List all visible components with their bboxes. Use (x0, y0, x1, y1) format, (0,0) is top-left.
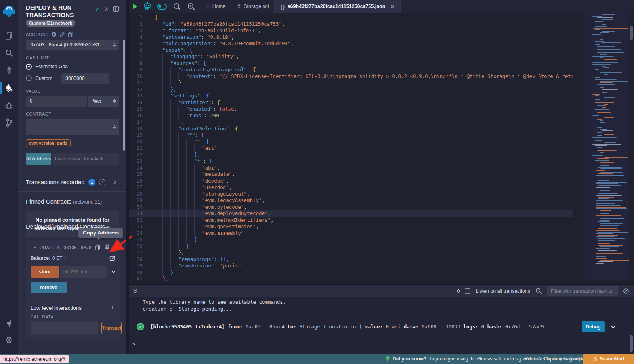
value-unit-select[interactable]: Wei (88, 96, 119, 107)
code-line-16[interactable]: 16"runs": 200 (129, 112, 573, 119)
transaction-log-row[interactable]: ✓ [block:5583405 txIndex:4] from: 0xa03.… (129, 319, 634, 334)
code-line-24[interactable]: 24"abi", (129, 165, 573, 172)
value-input[interactable] (26, 96, 87, 107)
code-line-22[interactable]: 22], (129, 152, 573, 158)
listen-checkbox[interactable] (465, 288, 470, 294)
code-line-27[interactable]: 27"userdoc", (129, 184, 573, 191)
code-line-23[interactable]: 23"*": [ (129, 158, 573, 165)
copy-account-icon[interactable] (68, 32, 73, 37)
code-line-3[interactable]: 3"_format": "hh-sol-build-info-1", (129, 27, 573, 34)
code-line-31[interactable]: 31"evm.deployedBytecode", (129, 210, 573, 217)
code-line-7[interactable]: 7"language": "Solidity", (129, 53, 573, 60)
expand-tx-icon[interactable] (610, 325, 616, 329)
edit-balance-icon[interactable] (109, 255, 115, 261)
contract-select[interactable] (26, 119, 119, 135)
terminal-prompt[interactable]: > (132, 341, 136, 347)
tab-home[interactable]: ⌂ Home (201, 0, 231, 13)
code-line-8[interactable]: 8"sources": { (129, 60, 573, 67)
zoom-in-icon[interactable] (187, 2, 195, 11)
panel-scrollbar[interactable] (123, 40, 125, 151)
at-address-button[interactable]: At Address (26, 153, 51, 165)
info-icon[interactable]: i (99, 179, 105, 185)
estimated-gas-option[interactable]: Estimated Gas (26, 64, 119, 70)
terminal-collapse-icon[interactable] (133, 288, 138, 294)
copy-address-icon[interactable] (95, 244, 101, 250)
scam-alert-button[interactable]: ⚠ Scam Alert (583, 354, 634, 364)
low-level-info-icon[interactable]: i (109, 305, 115, 311)
code-line-20[interactable]: 20"": [ (129, 139, 573, 145)
code-line-41[interactable]: 41}, (129, 276, 573, 282)
minimap[interactable] (585, 13, 629, 280)
code-line-12[interactable]: 12}, (129, 86, 573, 93)
copilot-toggle-icon[interactable] (157, 4, 167, 10)
debug-button[interactable]: Debug (582, 321, 605, 332)
add-account-icon[interactable] (51, 32, 57, 37)
sidebar-item-file-explorer[interactable] (0, 28, 18, 44)
radio-unselected-icon[interactable] (26, 75, 32, 81)
code-line-29[interactable]: 29"evm.legacyAssembly", (129, 197, 573, 204)
sidebar-item-solidity-compiler[interactable] (0, 63, 18, 78)
code-line-19[interactable]: 19"*": { (129, 132, 573, 139)
panel-pin-icon[interactable] (113, 6, 119, 12)
remix-logo-icon[interactable] (0, 2, 18, 22)
code-line-17[interactable]: 17}, (129, 119, 573, 126)
store-button[interactable]: store (31, 266, 59, 278)
code-line-9[interactable]: 9"contracts/Storage.sol": { (129, 67, 573, 73)
code-line-25[interactable]: 25"metadata", (129, 171, 573, 178)
settings-gear-icon[interactable]: ⚙ (0, 332, 18, 348)
plugin-manager-icon[interactable] (0, 315, 18, 331)
sidebar-item-debugger[interactable] (0, 97, 18, 113)
terminal-filter-input[interactable] (547, 286, 618, 296)
code-line-26[interactable]: 26"devdoc", (129, 178, 573, 185)
code-line-35[interactable]: 35] (129, 236, 573, 243)
code-line-6[interactable]: 6"input": { (129, 47, 573, 54)
code-content[interactable]: 1{2"id": "a69b43f277ba20fcac141151250ca7… (129, 14, 573, 282)
sidebar-item-search[interactable] (0, 45, 18, 61)
radio-selected-icon[interactable] (26, 64, 32, 70)
code-line-21[interactable]: 21"ast" (129, 145, 573, 152)
code-line-14[interactable]: 14"optimizer": { (129, 99, 573, 106)
tab-storage-sol[interactable]: Storage.sol (231, 0, 275, 13)
code-line-39[interactable]: 39"evmVersion": "paris" (129, 263, 573, 269)
code-line-13[interactable]: 13"settings": { (129, 93, 573, 99)
close-tab-icon[interactable]: ✕ (390, 4, 395, 10)
code-line-1[interactable]: 1{ (129, 14, 573, 21)
ai-robot-icon[interactable] (143, 2, 151, 11)
custom-gas-input[interactable] (61, 73, 109, 84)
code-editor[interactable]: 1{2"id": "a69b43f277ba20fcac141151250ca7… (129, 13, 634, 284)
code-line-11[interactable]: 11} (129, 80, 573, 86)
transact-button[interactable]: Transact (101, 322, 122, 334)
zoom-out-icon[interactable] (173, 2, 181, 11)
code-line-18[interactable]: 18"outputSelection": { (129, 126, 573, 132)
code-line-10[interactable]: 10"content": "// SPDX-License-Identifier… (129, 73, 573, 80)
code-line-32[interactable]: 32"evm.methodIdentifiers", (129, 217, 573, 224)
editor-scrollbar[interactable] (629, 13, 634, 284)
store-arg-input[interactable] (60, 266, 107, 278)
code-line-30[interactable]: 30"evm.bytecode", (129, 204, 573, 211)
code-line-4[interactable]: 4"solcVersion": "0.8.19", (129, 34, 573, 41)
edit-account-icon[interactable] (59, 32, 65, 37)
retrieve-button[interactable]: retrieve (31, 282, 67, 293)
code-line-33[interactable]: 33"evm.gasEstimates", (129, 223, 573, 230)
code-line-34[interactable]: 34"evm.assembly" (129, 230, 573, 237)
expand-store-icon[interactable] (111, 270, 115, 274)
terminal-body[interactable]: Type the library name to see available c… (129, 297, 634, 354)
panel-resize-handle[interactable] (126, 0, 129, 354)
terminal-search-icon[interactable] (535, 288, 542, 294)
account-select[interactable]: 0xA03...85ac4 (0.39866531531 (26, 40, 119, 50)
code-line-28[interactable]: 28"storageLayout", (129, 191, 573, 198)
copilot-status[interactable]: RemixAI Copilot (enabled) (525, 354, 580, 364)
code-line-2[interactable]: 2"id": "a69b43f277ba20fcac141151250ca755… (129, 21, 573, 28)
clear-terminal-icon[interactable] (623, 288, 629, 294)
terminal-scrollbar[interactable] (630, 335, 633, 352)
calldata-input[interactable] (31, 322, 98, 334)
contract-instance-name[interactable]: STORAGE AT 0X136...8B78 (34, 245, 92, 250)
code-line-5[interactable]: 5"solcLongVersion": "0.8.19+commit.7dd6d… (129, 40, 573, 47)
sidebar-item-git[interactable] (0, 115, 18, 131)
code-line-15[interactable]: 15"enabled": false, (129, 106, 573, 112)
run-script-icon[interactable] (133, 4, 137, 9)
code-line-38[interactable]: 38"remappings": [], (129, 256, 573, 263)
at-address-input[interactable] (52, 153, 119, 165)
panel-forward-icon[interactable] (105, 7, 108, 11)
sidebar-item-deploy-and-run[interactable] (0, 80, 18, 96)
